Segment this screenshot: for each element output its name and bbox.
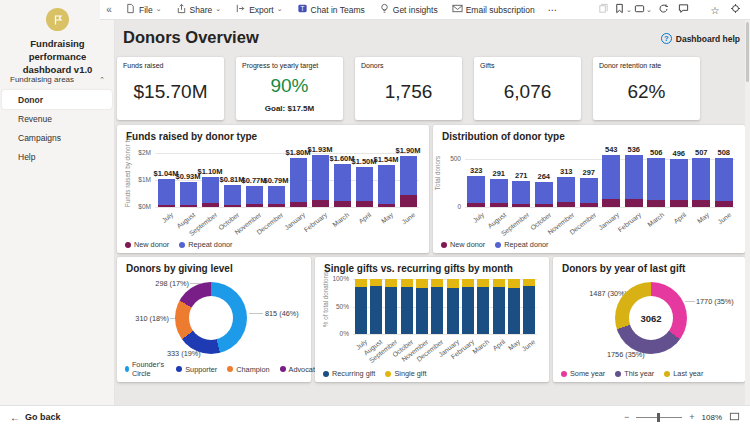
bar-segment[interactable]: [493, 287, 505, 334]
bar-segment[interactable]: [602, 155, 620, 199]
bar-segment[interactable]: [246, 186, 263, 204]
settings-button[interactable]: [726, 1, 744, 19]
file-menu-button[interactable]: File: [118, 0, 169, 20]
zoom-in-button[interactable]: [689, 412, 694, 422]
bar-segment[interactable]: [462, 287, 474, 334]
go-back-button[interactable]: Go back: [0, 412, 71, 423]
bar-segment[interactable]: [535, 182, 553, 205]
bar-segment[interactable]: [715, 158, 733, 201]
legend-item[interactable]: Supporter: [176, 365, 217, 374]
bar-segment[interactable]: [268, 204, 285, 207]
bar-segment[interactable]: [202, 203, 219, 207]
kpi-card-funds-raised[interactable]: Funds raised $15.70M: [117, 57, 224, 120]
bar-segment[interactable]: [580, 203, 598, 207]
bar-segment[interactable]: [224, 185, 241, 204]
bar-segment[interactable]: [477, 279, 489, 287]
bar-chart-body[interactable]: 0%50%100%% of total donationsJulyAugustS…: [315, 257, 549, 382]
get-insights-button[interactable]: Get insights: [372, 0, 445, 20]
legend-item[interactable]: Some year: [561, 369, 605, 378]
bar-segment[interactable]: [416, 279, 428, 288]
bar-segment[interactable]: [715, 201, 733, 207]
bar-segment[interactable]: [508, 279, 520, 288]
bar-segment[interactable]: [508, 288, 520, 334]
bar-segment[interactable]: [400, 195, 417, 207]
bar-segment[interactable]: [268, 186, 285, 205]
sidebar-item-revenue[interactable]: Revenue: [0, 109, 115, 128]
bar-segment[interactable]: [355, 287, 367, 334]
zoom-out-button[interactable]: [624, 412, 629, 422]
email-subscription-button[interactable]: Email subscription: [445, 0, 542, 20]
chart-distribution-of-donor-type[interactable]: Distribution of donor type 0500Total don…: [433, 125, 745, 253]
bar-segment[interactable]: [602, 199, 620, 207]
donut-chart-body[interactable]: 1487 (30%) 1770 (35%) 1756 (35%) 3062 So…: [553, 257, 745, 382]
bar-segment[interactable]: [416, 288, 428, 334]
legend-item[interactable]: Single gift: [385, 369, 426, 378]
bar-segment[interactable]: [557, 177, 575, 203]
donut-chart-body[interactable]: 298 (17%) 815 (46%) 310 (18%) 333 (19%) …: [117, 257, 311, 382]
bar-segment[interactable]: [625, 155, 643, 198]
bar-segment[interactable]: [670, 159, 688, 200]
legend-item[interactable]: This year: [615, 369, 654, 378]
bar-segment[interactable]: [670, 200, 688, 207]
legend-item[interactable]: Repeat donor: [179, 240, 232, 249]
sidebar-item-donor[interactable]: Donor: [2, 90, 112, 109]
bar-segment[interactable]: [180, 205, 197, 207]
bar-chart-body[interactable]: 0500Total donors323July291August271Septe…: [433, 125, 745, 253]
chart-donors-by-year-of-last-gift[interactable]: Donors by year of last gift 1487 (30%) 1…: [553, 257, 745, 382]
sidebar-collapse-button[interactable]: [100, 1, 118, 19]
share-menu-button[interactable]: Share: [169, 0, 229, 20]
kpi-card-progress-to-target[interactable]: Progress to yearly target 90% Goal: $17.…: [236, 57, 343, 120]
bar-segment[interactable]: [224, 205, 241, 207]
bar-segment[interactable]: [431, 279, 443, 287]
bar-segment[interactable]: [370, 286, 382, 334]
bar-segment[interactable]: [356, 167, 373, 201]
bar-segment[interactable]: [401, 287, 413, 334]
bar-segment[interactable]: [477, 287, 489, 334]
dashboard-help-button[interactable]: ? Dashboard help: [661, 33, 740, 44]
kpi-card-gifts[interactable]: Gifts 6,076: [474, 57, 581, 120]
bar-segment[interactable]: [158, 179, 175, 205]
more-options-button[interactable]: [542, 5, 563, 15]
bar-segment[interactable]: [523, 279, 535, 286]
bar-segment[interactable]: [385, 287, 397, 334]
legend-item[interactable]: Recurring gift: [323, 369, 375, 378]
bar-segment[interactable]: [467, 203, 485, 207]
bar-segment[interactable]: [431, 287, 443, 334]
bar-segment[interactable]: [462, 279, 474, 287]
bar-segment[interactable]: [334, 201, 351, 207]
legend-item[interactable]: Advocate: [280, 365, 319, 374]
legend-item[interactable]: Repeat donor: [495, 240, 548, 249]
sidebar-item-campaigns[interactable]: Campaigns: [0, 128, 115, 147]
view-button[interactable]: [634, 1, 652, 19]
legend-item[interactable]: New donor: [125, 240, 169, 249]
bar-segment[interactable]: [490, 203, 508, 207]
bookmarks-button[interactable]: [614, 1, 632, 19]
chat-in-teams-button[interactable]: T Chat in Teams: [290, 0, 372, 20]
bar-segment[interactable]: [401, 279, 413, 287]
favorite-button[interactable]: [706, 1, 724, 19]
bar-segment[interactable]: [290, 158, 307, 201]
bar-segment[interactable]: [692, 200, 710, 207]
legend-item[interactable]: Last year: [664, 369, 703, 378]
sidebar-item-help[interactable]: Help: [0, 147, 115, 166]
zoom-slider-handle[interactable]: [657, 413, 660, 422]
bar-segment[interactable]: [625, 199, 643, 207]
fundraising-areas-section[interactable]: Fundraising areas: [0, 72, 115, 86]
bar-segment[interactable]: [180, 182, 197, 205]
bar-segment[interactable]: [312, 200, 329, 207]
bar-segment[interactable]: [158, 205, 175, 207]
bar-segment[interactable]: [692, 158, 710, 200]
kpi-card-donor-retention[interactable]: Donor retention rate 62%: [593, 57, 700, 120]
bar-segment[interactable]: [378, 165, 395, 204]
bar-segment[interactable]: [370, 279, 382, 286]
chart-single-vs-recurring-gifts[interactable]: Single gifts vs. recurring gifts by mont…: [315, 257, 549, 382]
bar-segment[interactable]: [512, 181, 530, 204]
bar-segment[interactable]: [512, 204, 530, 207]
vertical-scrollbar[interactable]: [745, 20, 750, 405]
chart-donors-by-giving-level[interactable]: Donors by giving level 298 (17%) 815 (46…: [117, 257, 311, 382]
bar-segment[interactable]: [356, 201, 373, 207]
bar-chart-body[interactable]: $0M$1M$2MFunds raised by donor ty...$1.0…: [117, 125, 429, 253]
bar-segment[interactable]: [580, 178, 598, 203]
bar-segment[interactable]: [290, 202, 307, 207]
bar-segment[interactable]: [385, 279, 397, 287]
